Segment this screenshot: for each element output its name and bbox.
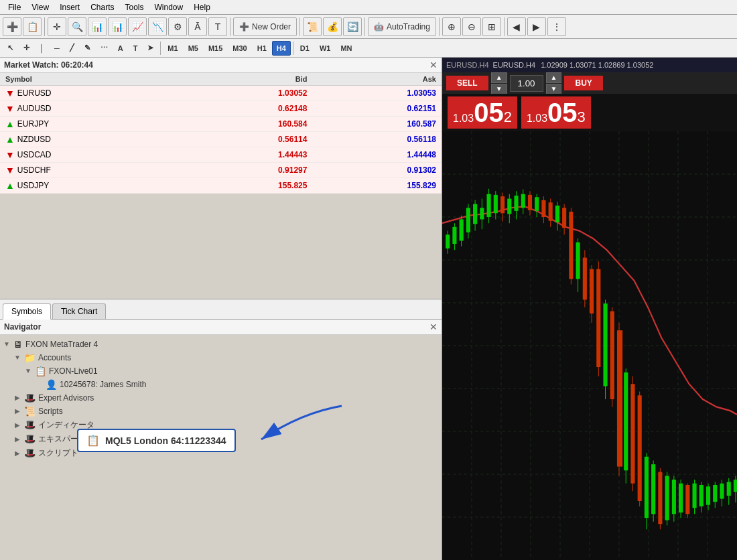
bid-price: 0.56114: [184, 132, 313, 147]
tf-w1[interactable]: W1: [315, 41, 336, 56]
tf-m5[interactable]: M5: [184, 41, 203, 56]
zoom-in-btn[interactable]: 🔍: [68, 17, 86, 36]
new-order-btn[interactable]: ➕ New Order: [233, 17, 297, 36]
svg-rect-72: [624, 372, 628, 470]
cursor-tool[interactable]: ↖: [3, 41, 18, 56]
draw-tool[interactable]: ╱: [65, 41, 79, 56]
menu-window[interactable]: Window: [149, 1, 189, 13]
chart-line-btn[interactable]: 📉: [148, 17, 167, 36]
svg-rect-24: [460, 219, 464, 240]
hline-tool[interactable]: ─: [50, 41, 64, 56]
qty-down-btn2[interactable]: ▼: [546, 84, 562, 94]
nav-accounts[interactable]: ▼ 📁 Accounts: [13, 351, 439, 364]
zoom-chart2-btn[interactable]: ⊖: [462, 17, 481, 36]
qty-up-btn2[interactable]: ▲: [546, 72, 562, 83]
symbol-name: USDJPY: [17, 181, 49, 190]
bid-price: 0.91297: [184, 163, 313, 178]
table-row[interactable]: ▼ USDCHF 0.91297 0.91302: [0, 163, 442, 178]
direction-arrow: ▲: [5, 134, 15, 145]
more-btn[interactable]: ⋮: [547, 17, 566, 36]
table-row[interactable]: ▼ AUDUSD 0.62148 0.62151: [0, 101, 442, 117]
table-row[interactable]: ▲ NZDUSD 0.56114 0.56118: [0, 132, 442, 147]
nav-scripts[interactable]: ▶ 📜 Scripts: [13, 405, 439, 418]
tab-symbols[interactable]: Symbols: [3, 303, 51, 320]
symbol-cell: ▼ USDCAD: [0, 147, 184, 163]
qty-up-btn[interactable]: ▲: [491, 72, 507, 83]
navigator-close[interactable]: ✕: [429, 322, 438, 332]
expand-icon-7: ▶: [13, 421, 21, 429]
tf-m1[interactable]: M1: [163, 41, 182, 56]
new-chart-btn[interactable]: ➕: [3, 17, 21, 36]
arrow-tool[interactable]: ➤: [143, 41, 158, 56]
chart-bar-btn[interactable]: 📊: [108, 17, 127, 36]
menu-tools[interactable]: Tools: [120, 1, 149, 13]
nav-experts[interactable]: ▶ 🎩 Expert Advisors: [13, 391, 439, 405]
grid-btn[interactable]: ⊞: [482, 17, 501, 36]
props-btn[interactable]: ⚙: [168, 17, 187, 36]
symbol-name: USDCHF: [17, 165, 51, 175]
menu-help[interactable]: Help: [188, 1, 216, 13]
nav-live01[interactable]: ▼ 📋 FXON-Live01: [24, 364, 439, 378]
tf-d1[interactable]: D1: [295, 41, 314, 56]
sep3: [299, 17, 300, 36]
menu-view[interactable]: View: [26, 1, 54, 13]
sell-price-super: 2: [504, 109, 512, 126]
zoom-out-btn[interactable]: 📊: [88, 17, 107, 36]
market-watch-title: Market Watch: 06:20:44: [4, 60, 93, 70]
tf-m15[interactable]: M15: [204, 41, 227, 56]
sell-price-main: 05: [474, 99, 504, 126]
chart-symbol-text: EURUSD.H4: [493, 61, 536, 69]
crosshair-tool[interactable]: ✛: [19, 41, 34, 56]
table-row[interactable]: ▼ USDCAD 1.44443 1.44448: [0, 147, 442, 163]
market-watch-tabs: Symbols Tick Chart: [0, 299, 442, 320]
tf-h4[interactable]: H4: [272, 41, 291, 56]
tf-mn[interactable]: MN: [336, 41, 356, 56]
table-row[interactable]: ▲ USDJPY 155.825 155.829: [0, 178, 442, 194]
menu-file[interactable]: File: [3, 1, 26, 13]
expand-icon: ▼: [3, 340, 11, 348]
tf-h1[interactable]: H1: [253, 41, 271, 56]
account-btn[interactable]: 💰: [323, 17, 342, 36]
nav-scripts-icon: 📜: [24, 406, 36, 417]
period-sep-btn[interactable]: T: [208, 17, 227, 36]
text-tool[interactable]: A: [113, 41, 128, 56]
direction-arrow: ▼: [5, 103, 15, 114]
crosshair-btn[interactable]: ✛: [48, 17, 66, 36]
tf-m30[interactable]: M30: [228, 41, 251, 56]
nav-mt4[interactable]: ▼ 🖥 FXON MetaTrader 4: [3, 338, 439, 351]
buy-button[interactable]: BUY: [564, 76, 602, 90]
svg-rect-84: [665, 476, 669, 520]
chart-prices: 1.02909 1.03071 1.02869 1.03052: [541, 61, 653, 69]
back-btn[interactable]: ◀: [507, 17, 526, 36]
line-tool[interactable]: │: [35, 41, 49, 56]
svg-rect-62: [590, 269, 594, 313]
qty-input[interactable]: [510, 75, 543, 92]
refresh-btn[interactable]: 🔄: [343, 17, 362, 36]
buy-prefix: 1.03: [527, 113, 547, 125]
chart-candle-btn[interactable]: 📈: [128, 17, 147, 36]
template-btn[interactable]: 📋: [23, 17, 42, 36]
history-btn[interactable]: 📜: [303, 17, 322, 36]
price-display-row: 1.03 05 2 1.03 05 3: [442, 94, 737, 131]
nav-app-label: FXON MetaTrader 4: [25, 340, 98, 349]
zoom-chart-btn[interactable]: ⊕: [442, 17, 461, 36]
menu-charts[interactable]: Charts: [85, 1, 119, 13]
table-row[interactable]: ▼ EURUSD 1.03052 1.03053: [0, 86, 442, 101]
navigator-title: Navigator: [4, 322, 41, 332]
menu-insert[interactable]: Insert: [54, 1, 85, 13]
ask-price: 0.62151: [312, 101, 442, 117]
pencil-tool[interactable]: ✎: [80, 41, 95, 56]
market-watch-close[interactable]: ✕: [429, 60, 438, 70]
dotted-tool[interactable]: ⋯: [96, 41, 113, 56]
nav-user[interactable]: 👤 10245678: James Smith: [35, 378, 439, 391]
sell-button[interactable]: SELL: [446, 76, 488, 90]
fwd-btn[interactable]: ▶: [527, 17, 546, 36]
autotrading-btn[interactable]: 🤖 AutoTrading: [368, 17, 436, 36]
label-tool[interactable]: T: [129, 41, 143, 56]
indicator-btn[interactable]: Ā: [188, 17, 207, 36]
tab-tick-chart[interactable]: Tick Chart: [52, 303, 106, 319]
menu-bar: File View Insert Charts Tools Window Hel…: [0, 0, 737, 15]
table-row[interactable]: ▲ EURJPY 160.584 160.587: [0, 117, 442, 132]
svg-rect-78: [645, 457, 649, 518]
qty-down-btn[interactable]: ▼: [491, 84, 507, 94]
